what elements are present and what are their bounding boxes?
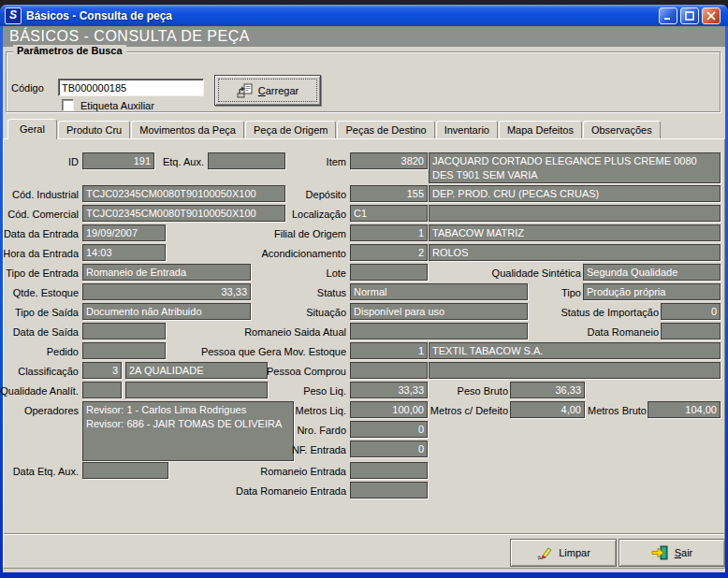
pessoa-gera-mov-code-field: 1 xyxy=(350,342,428,359)
peso-bruto-label: Peso Bruto xyxy=(433,384,508,397)
metros-liq-label: Metros Liq. xyxy=(168,404,346,417)
pessoa-comprou-code-field xyxy=(350,362,428,379)
data-entrada-label: Data da Entrada xyxy=(0,227,79,240)
etiqueta-auxiliar-label: Etiqueta Auxiliar xyxy=(80,99,154,112)
maximize-icon xyxy=(685,11,694,21)
app-icon: S xyxy=(5,7,22,24)
hora-entrada-field: 14:03 xyxy=(82,244,166,261)
item-code-field: 3820 xyxy=(350,152,428,169)
classificacao-code-field: 3 xyxy=(82,362,122,379)
pedido-field xyxy=(82,342,166,359)
tab-movimentos-da-peca[interactable]: Movimentos da Peça xyxy=(131,121,244,138)
carregar-button[interactable]: Carregar xyxy=(214,75,321,106)
romaneio-saida-atual-field xyxy=(350,323,528,340)
tab-observacoes[interactable]: Observações xyxy=(583,121,661,138)
tab-mapa-defeitos[interactable]: Mapa Defeitos xyxy=(499,121,582,138)
pessoa-gera-mov-desc-field: TEXTIL TABACOW S.A. xyxy=(429,342,721,359)
peso-liq-field: 33,33 xyxy=(350,382,428,398)
localizacao-desc-field xyxy=(429,205,721,222)
filial-origem-label: Filial de Origem xyxy=(168,227,346,240)
status-label: Status xyxy=(168,286,346,299)
data-etq-aux-label: Data Etq. Aux. xyxy=(0,465,79,478)
codigo-input[interactable] xyxy=(58,79,204,96)
item-desc-field: JACQUARD CORTADO ELEGANCE PLUS CREME 008… xyxy=(429,152,721,183)
qualidade-sintetica-label: Qualidade Sintética xyxy=(449,267,581,280)
minimize-button[interactable] xyxy=(659,7,677,24)
minimize-icon xyxy=(663,11,673,21)
tab-inventario[interactable]: Inventario xyxy=(436,121,498,138)
romaneio-entrada-field xyxy=(350,462,428,479)
tipo-field: Produção própria xyxy=(583,283,721,300)
sair-button[interactable]: Sair xyxy=(619,539,725,567)
data-entrada-field: 19/09/2007 xyxy=(82,224,166,241)
application-window: S Básicos - Consulta de peça BÁSICOS - C… xyxy=(0,0,728,578)
romaneio-saida-atual-label: Romaneio Saida Atual xyxy=(168,325,346,339)
operadores-label: Operadores xyxy=(0,404,79,417)
lote-field xyxy=(350,264,428,281)
pessoa-comprou-label: Pessoa Comprou xyxy=(168,365,346,378)
data-romaneio-entrada-label: Data Romaneio Entrada xyxy=(168,484,346,498)
tab-pecas-de-destino[interactable]: Peças de Destino xyxy=(337,121,434,138)
filial-origem-desc-field: TABACOW MATRIZ xyxy=(429,224,721,241)
search-group-title: Parâmetros de Busca xyxy=(13,45,126,56)
sair-button-label: Sair xyxy=(675,547,693,558)
romaneio-entrada-label: Romaneio Entrada xyxy=(168,465,346,478)
pessoa-comprou-desc-field xyxy=(429,362,721,379)
tab-produto-cru[interactable]: Produto Cru xyxy=(58,121,130,138)
cod-comercial-label: Cód. Comercial xyxy=(0,208,79,221)
metros-bruto-field: 104,00 xyxy=(648,401,721,418)
peso-liq-label: Peso Liq. xyxy=(168,384,346,397)
data-saida-field xyxy=(82,323,166,340)
pedido-label: Pedido xyxy=(0,345,79,358)
nro-fardo-label: Nro. Fardo xyxy=(168,424,346,437)
cod-industrial-label: Cód. Industrial xyxy=(0,188,79,201)
acondicionamento-code-field: 2 xyxy=(350,244,428,261)
status-importacao-label: Status de Importação xyxy=(524,306,659,319)
situacao-label: Situação xyxy=(168,306,346,319)
pessoa-gera-mov-label: Pessoa que Gera Mov. Estoque xyxy=(168,345,346,358)
data-romaneio-entrada-field xyxy=(350,482,428,499)
qualidade-analit-code-field xyxy=(82,382,122,398)
tipo-entrada-label: Tipo de Entrada xyxy=(0,267,79,280)
maximize-button[interactable] xyxy=(680,7,699,24)
tipo-label: Tipo xyxy=(449,286,581,299)
peso-bruto-field: 36,33 xyxy=(510,382,585,398)
nf-entrada-label: NF. Entrada xyxy=(168,443,346,456)
close-button[interactable] xyxy=(702,7,721,24)
deposito-label: Depósito xyxy=(168,188,346,201)
close-icon xyxy=(706,11,716,21)
limpar-button[interactable]: Limpar xyxy=(510,539,617,567)
qualidade-sintetica-field: Segunda Qualidade xyxy=(583,264,721,281)
button-focus-rect xyxy=(218,79,317,102)
filial-origem-code-field: 1 xyxy=(350,224,428,241)
status-importacao-field: 0 xyxy=(661,303,721,320)
acondicionamento-label: Acondicionamento xyxy=(168,247,346,260)
tipo-saida-label: Tipo de Saída xyxy=(0,306,79,319)
item-label: Item xyxy=(168,155,346,168)
localizacao-label: Localização xyxy=(168,208,346,221)
metros-defeito-label: Metros c/ Defeito xyxy=(426,404,508,417)
sair-icon xyxy=(651,545,668,560)
tab-peca-de-origem[interactable]: Peça de Origem xyxy=(245,121,336,138)
deposito-desc-field: DEP. PROD. CRU (PECAS CRUAS) xyxy=(429,185,721,202)
nf-entrada-field: 0 xyxy=(350,441,428,457)
data-romaneio-field xyxy=(661,323,721,340)
data-romaneio-label: Data Romaneio xyxy=(524,325,659,339)
footer-divider xyxy=(4,533,724,535)
data-saida-label: Data de Saída xyxy=(0,325,79,339)
situacao-field: Disponível para uso xyxy=(350,303,528,320)
codigo-label: Código xyxy=(11,81,44,94)
etiqueta-auxiliar-checkbox[interactable] xyxy=(62,99,74,111)
tab-strip: Geral Produto Cru Movimentos da Peça Peç… xyxy=(7,118,662,138)
nro-fardo-field: 0 xyxy=(350,421,428,438)
hora-entrada-label: Hora da Entrada xyxy=(0,247,79,260)
lote-label: Lote xyxy=(168,267,346,280)
titlebar: S Básicos - Consulta de peça xyxy=(0,5,728,26)
data-etq-aux-field xyxy=(82,462,168,479)
tab-geral[interactable]: Geral xyxy=(7,119,57,139)
acondicionamento-desc-field: ROLOS xyxy=(429,244,721,261)
window-title: Básicos - Consulta de peça xyxy=(26,9,172,22)
page-title: BÁSICOS - CONSULTA DE PEÇA xyxy=(3,26,725,47)
localizacao-code-field: C1 xyxy=(350,205,428,222)
limpar-button-label: Limpar xyxy=(559,547,590,558)
